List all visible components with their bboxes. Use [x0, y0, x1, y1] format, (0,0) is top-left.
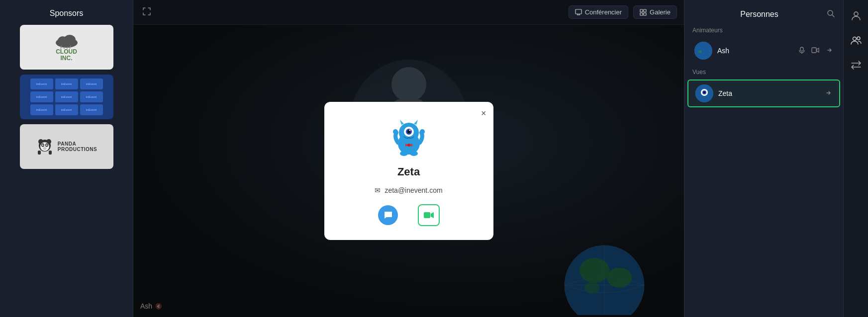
sponsor-cloud-inc[interactable]: CLOUDINC.: [20, 25, 113, 70]
right-panel: Personnes Animateurs Ash: [684, 0, 843, 317]
cloud-inc-text: CLOUDINC.: [56, 49, 77, 62]
cloud-inc-logo: CLOUDINC.: [55, 33, 79, 62]
ash-mic-button[interactable]: [797, 46, 806, 56]
search-icon: [826, 9, 835, 18]
modal-actions: [378, 204, 440, 226]
ash-avatar-image: [694, 42, 712, 60]
svg-point-2: [64, 35, 76, 45]
vues-section-label: Vues: [684, 67, 843, 79]
user-profile-modal: ×: [324, 102, 493, 240]
expand-icon: [142, 7, 151, 16]
zeta-enter-button[interactable]: [823, 88, 832, 99]
zeta-avatar-small: [695, 84, 713, 102]
svg-point-66: [857, 37, 860, 40]
main-toolbar: Conférencier Galerie: [133, 0, 684, 25]
svg-point-53: [694, 42, 712, 60]
expand-button[interactable]: [140, 5, 153, 20]
person-row-ash[interactable]: Ash: [687, 38, 840, 64]
zeta-actions: [823, 88, 832, 99]
svg-point-45: [400, 151, 408, 156]
svg-point-13: [42, 145, 43, 146]
ash-video-button[interactable]: [810, 46, 820, 56]
zeta-name: Zeta: [718, 89, 818, 97]
svg-rect-21: [640, 13, 643, 15]
svg-rect-19: [640, 9, 643, 12]
zeta-avatar: [389, 118, 429, 158]
toolbar-right: Conférencier Galerie: [569, 5, 677, 19]
ash-enter-button[interactable]: [824, 46, 833, 56]
ash-name: Ash: [717, 47, 792, 55]
swap-button[interactable]: [848, 57, 865, 74]
people-icon: [851, 35, 862, 46]
video-icon: [423, 211, 434, 219]
profile-icon: [851, 10, 862, 21]
monitor-icon: [575, 9, 582, 16]
panda-icon: [36, 138, 54, 156]
svg-point-44: [420, 129, 425, 134]
svg-point-43: [393, 129, 398, 134]
galerie-button[interactable]: Galerie: [633, 5, 677, 19]
svg-rect-57: [800, 47, 803, 51]
svg-marker-42: [414, 120, 418, 125]
svg-point-14: [46, 145, 47, 146]
right-panel-header: Personnes: [684, 0, 843, 25]
people-button[interactable]: [848, 32, 865, 49]
main-content: Ash 🔇 ×: [133, 25, 684, 317]
main-video-area: Conférencier Galerie: [133, 0, 684, 317]
svg-rect-20: [644, 9, 646, 12]
zeta-avatar-image: [695, 84, 713, 102]
svg-point-56: [698, 51, 701, 53]
svg-point-15: [43, 147, 46, 149]
video-background: Ash 🔇 ×: [133, 25, 684, 317]
modal-overlay: ×: [133, 25, 684, 317]
right-panel-title: Personnes: [692, 10, 826, 19]
svg-point-46: [410, 151, 418, 156]
svg-rect-18: [576, 9, 581, 14]
speech-bubble-icon: [384, 211, 392, 220]
modal-close-button[interactable]: ×: [481, 109, 486, 118]
video-call-icon: [418, 204, 440, 226]
conferencier-label: Conférencier: [585, 8, 622, 16]
video-call-button[interactable]: [418, 204, 440, 226]
profile-button[interactable]: [848, 7, 865, 24]
sidebar-title: Sponsors: [0, 0, 133, 25]
cloud-icon: [55, 33, 79, 49]
svg-point-40: [409, 130, 410, 131]
svg-rect-59: [812, 48, 816, 53]
modal-user-email: ✉ zeta@inevent.com: [375, 186, 442, 194]
chat-bubble-icon: [378, 205, 398, 225]
svg-point-49: [407, 144, 410, 147]
modal-user-name: Zeta: [397, 165, 420, 178]
sponsor-panda[interactable]: PANDAPRODUCTIONS: [20, 124, 113, 169]
animateurs-section-label: Animateurs: [684, 25, 843, 37]
sponsors-sidebar: Sponsors CLOUDINC. inEvent: [0, 0, 133, 317]
svg-marker-41: [400, 120, 404, 125]
svg-rect-17: [49, 151, 52, 155]
svg-line-52: [832, 15, 834, 17]
svg-rect-22: [644, 13, 646, 15]
svg-rect-16: [38, 151, 41, 155]
email-icon: ✉: [375, 186, 381, 194]
galerie-label: Galerie: [650, 8, 671, 16]
far-right-panel: [843, 0, 868, 317]
svg-point-64: [854, 12, 858, 16]
ash-avatar: [694, 42, 712, 60]
person-row-zeta[interactable]: Zeta: [687, 79, 840, 107]
microphone-icon: [798, 47, 805, 54]
ash-actions: [797, 46, 833, 56]
search-button[interactable]: [826, 9, 835, 20]
arrow-right-icon: [825, 47, 832, 54]
swap-icon: [851, 60, 862, 71]
video-icon-small: [811, 47, 819, 53]
toolbar-left: [140, 5, 153, 20]
svg-point-65: [853, 37, 856, 41]
sponsor-inevent[interactable]: inEvent inEvent inEvent inEvent inEvent …: [20, 75, 113, 119]
conferencier-button[interactable]: Conférencier: [569, 5, 628, 19]
email-text: zeta@inevent.com: [385, 186, 442, 194]
svg-point-63: [703, 91, 705, 93]
inevent-logo-grid: inEvent inEvent inEvent inEvent inEvent …: [26, 75, 107, 119]
chat-button[interactable]: [378, 205, 398, 225]
arrow-right-icon-zeta: [824, 89, 831, 96]
svg-rect-50: [424, 212, 430, 218]
sponsor-list: CLOUDINC. inEvent inEvent inEvent inEven…: [0, 25, 133, 169]
